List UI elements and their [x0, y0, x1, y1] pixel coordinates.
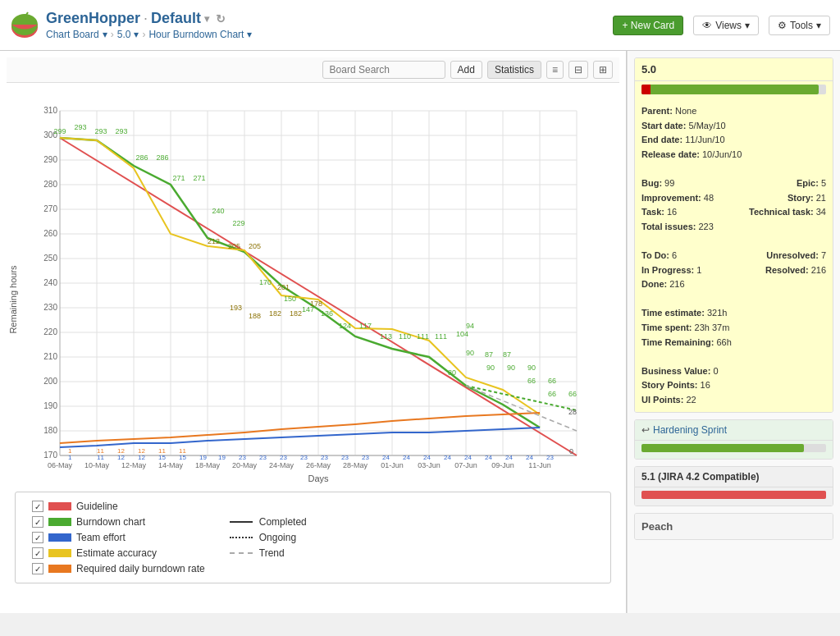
guideline-label: Guideline: [76, 501, 118, 512]
svg-text:24: 24: [485, 454, 492, 461]
chart-toolbar: Add Statistics ≡ ⊟ ⊞: [7, 57, 619, 83]
tools-button[interactable]: ⚙ Tools ▾: [769, 16, 830, 35]
svg-text:290: 290: [43, 155, 57, 164]
release-51-header[interactable]: 5.1 (JIRA 4.2 Compatible): [635, 467, 833, 487]
svg-text:250: 250: [43, 254, 57, 263]
estimate-checkbox[interactable]: ✓: [32, 547, 43, 559]
layout-icon-1[interactable]: ≡: [546, 61, 564, 79]
svg-text:12: 12: [117, 447, 125, 455]
legend-ongoing: Ongoing: [230, 532, 307, 543]
svg-text:90: 90: [486, 364, 495, 372]
chart-board-link[interactable]: Chart Board: [46, 29, 99, 40]
svg-text:188: 188: [249, 312, 261, 320]
views-button[interactable]: 👁 Views ▾: [693, 16, 759, 35]
bc-dropdown-1[interactable]: ▾: [103, 29, 107, 40]
release-51-panel: 5.1 (JIRA 4.2 Compatible): [634, 466, 833, 506]
layout-icon-3[interactable]: ⊞: [593, 61, 613, 79]
svg-text:90: 90: [466, 349, 474, 357]
svg-text:03-Jun: 03-Jun: [418, 461, 441, 469]
legend-lines: Completed Ongoing Trend: [230, 501, 307, 574]
burndown-color: [48, 518, 71, 526]
unresolved-count: Unresolved: 7: [766, 249, 826, 263]
sprint-50-bar-container: [635, 81, 833, 99]
new-card-button[interactable]: + New Card: [613, 16, 683, 35]
svg-text:24: 24: [423, 454, 431, 461]
completed-label: Completed: [259, 516, 307, 528]
svg-text:1: 1: [68, 447, 72, 455]
svg-text:205: 205: [228, 242, 240, 250]
svg-text:24: 24: [505, 454, 513, 461]
hardening-panel: ↩ Hardening Sprint: [634, 419, 833, 460]
legend-team-effort: ✓ Team effort: [32, 532, 205, 543]
guideline-checkbox[interactable]: ✓: [32, 501, 43, 512]
team-effort-checkbox[interactable]: ✓: [32, 532, 43, 543]
ui-points: UI Points: 22: [641, 393, 826, 408]
svg-text:11: 11: [97, 447, 104, 455]
main-layout: Add Statistics ≡ ⊟ ⊞ Remaining hours: [0, 51, 840, 613]
sprint-50-bar-red: [641, 85, 651, 94]
sprint-50-title[interactable]: 5.0: [635, 58, 833, 81]
svg-text:299: 299: [53, 127, 66, 135]
search-input[interactable]: [322, 61, 445, 79]
svg-text:23: 23: [341, 454, 349, 461]
svg-text:90: 90: [507, 364, 515, 372]
hardening-header[interactable]: ↩ Hardening Sprint: [635, 420, 833, 441]
svg-text:Days: Days: [308, 474, 329, 483]
svg-text:24: 24: [403, 454, 410, 461]
bc-dropdown-3[interactable]: ▾: [247, 29, 252, 40]
default-label[interactable]: Default: [151, 10, 201, 27]
svg-text:286: 286: [156, 153, 168, 162]
chart-type-link[interactable]: Hour Burndown Chart: [148, 29, 244, 40]
daily-burndown-checkbox[interactable]: ✓: [32, 563, 43, 574]
bc-dropdown-2[interactable]: ▾: [134, 29, 139, 40]
peach-header[interactable]: Peach: [635, 514, 833, 539]
sprint-stats-row1: Bug: 99 Epic: 5: [641, 176, 826, 191]
svg-text:205: 205: [249, 242, 261, 250]
svg-text:111: 111: [417, 332, 429, 341]
svg-text:182: 182: [290, 309, 302, 318]
gear-icon: ⚙: [778, 20, 787, 31]
svg-text:201: 201: [277, 283, 290, 291]
breadcrumb-nav: Chart Board▾ › 5.0▾ › Hour Burndown Char…: [46, 29, 252, 40]
svg-text:28-May: 28-May: [343, 461, 368, 469]
burndown-checkbox[interactable]: ✓: [32, 516, 43, 528]
resolved-count: Resolved: 216: [765, 263, 826, 278]
refresh-icon[interactable]: ↻: [216, 12, 226, 25]
svg-text:124: 124: [339, 322, 351, 330]
add-button[interactable]: Add: [450, 61, 482, 79]
svg-text:111: 111: [435, 332, 447, 341]
svg-text:10-May: 10-May: [84, 461, 110, 469]
sprint-parent: Parent: None: [641, 104, 826, 119]
header-left: GreenHopper · Default ▾ ↻ Chart Board▾ ›…: [10, 10, 252, 40]
svg-text:24: 24: [444, 454, 451, 461]
svg-text:18-May: 18-May: [195, 461, 221, 469]
svg-text:24: 24: [526, 454, 533, 461]
legend-completed: Completed: [230, 516, 307, 528]
sprint-end-date: End date: 11/Jun/10: [641, 133, 826, 148]
guideline-color: [48, 502, 71, 510]
svg-text:12: 12: [138, 447, 145, 455]
ongoing-label: Ongoing: [259, 532, 296, 543]
default-dropdown-icon[interactable]: ▾: [204, 13, 209, 25]
in-progress-count: In Progress: 1: [641, 263, 701, 278]
svg-text:12: 12: [138, 454, 145, 461]
svg-text:229: 229: [232, 219, 244, 227]
svg-text:104: 104: [456, 330, 468, 338]
sprint-stats-row2: Improvement: 48 Story: 21: [641, 191, 826, 206]
svg-text:06-May: 06-May: [48, 461, 73, 469]
team-effort-color: [48, 533, 71, 542]
legend-trend: Trend: [230, 547, 307, 559]
statistics-button[interactable]: Statistics: [487, 61, 541, 79]
improvement-count: Improvement: 48: [641, 191, 714, 206]
version-link[interactable]: 5.0: [117, 29, 131, 40]
svg-text:24-May: 24-May: [269, 461, 294, 469]
views-dropdown-icon: ▾: [745, 20, 750, 31]
app-logo: [10, 11, 39, 40]
hardening-bar-container: [635, 441, 833, 459]
bc-sep-2: ›: [142, 29, 145, 40]
svg-text:20-May: 20-May: [232, 461, 258, 469]
legend-daily-burndown: ✓ Required daily burndown rate: [32, 563, 205, 574]
svg-text:26-May: 26-May: [306, 461, 331, 469]
sidebar: 5.0 Parent: None Start date: 5/May/10 En…: [627, 51, 840, 613]
layout-icon-2[interactable]: ⊟: [568, 61, 588, 79]
